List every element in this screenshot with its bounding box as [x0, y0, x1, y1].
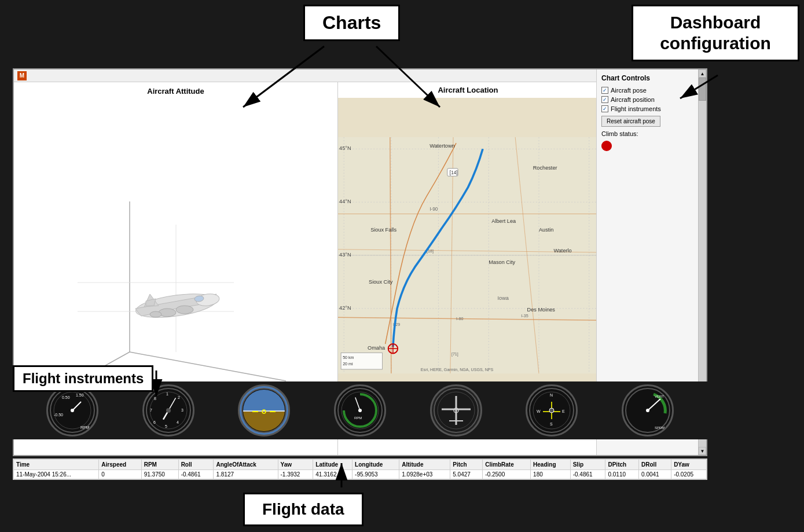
- svg-text:4: 4: [177, 420, 179, 424]
- climb-status-label: Climb status:: [601, 130, 702, 137]
- cell-longitude: -95.9053: [353, 470, 399, 479]
- svg-text:2: 2: [178, 395, 180, 399]
- cell-latitude: 41.3162: [313, 470, 353, 479]
- airspeed-indicator: 0.50 1.50 -0.50 RPM: [46, 384, 98, 436]
- charts-annotation: Charts: [303, 5, 400, 41]
- dashboard-config-line1: Dashboard: [670, 13, 761, 32]
- reset-aircraft-pose-button[interactable]: Reset aircraft pose: [601, 116, 660, 127]
- svg-point-82: [166, 408, 171, 413]
- matlab-icon: M: [17, 71, 27, 80]
- heading-indicator: N E S W: [526, 384, 578, 436]
- svg-point-94: [358, 409, 362, 412]
- svg-text:I-80: I-80: [456, 317, 463, 321]
- col-latitude: Latitude: [313, 460, 353, 470]
- svg-text:SPDM: SPDM: [655, 426, 665, 430]
- svg-text:Albert Lea: Albert Lea: [491, 218, 516, 224]
- svg-text:VERT: VERT: [655, 395, 664, 398]
- map-svg: I-90 I-29 I-80 [18] [71] I-35 [14] Water…: [338, 98, 598, 413]
- table-header-row: Time Airspeed RPM Roll AngleOfAttack Yaw…: [14, 460, 707, 470]
- svg-point-19: [150, 311, 161, 317]
- table-row: 11-May-2004 15:26... 0 91.3750 -0.4861 1…: [14, 470, 707, 479]
- cell-yaw: -1.3932: [278, 470, 313, 479]
- col-time: Time: [14, 460, 99, 470]
- cell-slip: -0.4861: [570, 470, 605, 479]
- svg-rect-85: [242, 388, 286, 412]
- cell-heading: 180: [531, 470, 571, 479]
- svg-text:Sioux City: Sioux City: [369, 279, 393, 285]
- cell-time: 11-May-2004 15:26...: [14, 470, 99, 479]
- cell-dpitch: 0.0110: [605, 470, 639, 479]
- cell-roll: -0.4861: [178, 470, 214, 479]
- svg-rect-86: [242, 412, 286, 432]
- svg-text:W: W: [537, 409, 541, 413]
- col-aoa: AngleOfAttack: [214, 460, 278, 470]
- col-droll: DRoll: [639, 460, 671, 470]
- svg-text:7: 7: [150, 408, 152, 412]
- turn-coordinator: VERT SPDM: [622, 384, 674, 436]
- col-roll: Roll: [178, 460, 214, 470]
- svg-text:I-35: I-35: [521, 314, 528, 318]
- cell-climbrate: -0.2500: [483, 470, 531, 479]
- cell-altitude: 1.0928e+03: [399, 470, 450, 479]
- flight-data-table: Time Airspeed RPM Roll AngleOfAttack Yaw…: [13, 459, 707, 479]
- svg-text:-0.50: -0.50: [54, 413, 63, 417]
- svg-text:43°N: 43°N: [339, 252, 351, 258]
- svg-text:20 mi: 20 mi: [343, 362, 353, 366]
- cell-aoa: 1.8127: [214, 470, 278, 479]
- col-climbrate: ClimbRate: [483, 460, 531, 470]
- col-altitude: Altitude: [399, 460, 450, 470]
- cell-rpm: 91.3750: [141, 470, 178, 479]
- svg-text:8: 8: [154, 397, 156, 401]
- svg-text:50 km: 50 km: [343, 355, 354, 360]
- scrollbar-thumb[interactable]: [699, 78, 706, 101]
- altimeter: 1 2 3 4 5 6 7 8: [142, 384, 194, 436]
- cell-airspeed: 0: [99, 470, 141, 479]
- svg-text:1: 1: [166, 392, 168, 396]
- scroll-down-arrow[interactable]: ▼: [699, 447, 706, 455]
- svg-text:Waterlo: Waterlo: [553, 248, 571, 254]
- svg-point-18: [176, 306, 193, 314]
- svg-text:Omaha: Omaha: [368, 345, 386, 351]
- svg-text:[71]: [71]: [451, 352, 458, 357]
- chart-controls-title: Chart Controls: [601, 74, 702, 82]
- svg-text:42°N: 42°N: [339, 305, 351, 311]
- svg-text:Esri, HERE, Garmin, NGA, USGS,: Esri, HERE, Garmin, NGA, USGS, NPS: [421, 368, 494, 372]
- climb-status-indicator: [601, 141, 612, 151]
- col-yaw: Yaw: [278, 460, 313, 470]
- attitude-indicator: [238, 384, 290, 436]
- map-background: I-90 I-29 I-80 [18] [71] I-35 [14] Water…: [338, 98, 598, 413]
- svg-text:0.50: 0.50: [62, 395, 70, 399]
- direction-indicator: [430, 384, 482, 436]
- flight-instruments-checkbox[interactable]: ✓: [601, 105, 608, 112]
- dashboard-config-line2: configuration: [660, 34, 771, 53]
- col-slip: Slip: [570, 460, 605, 470]
- col-heading: Heading: [531, 460, 571, 470]
- svg-text:N: N: [550, 393, 553, 397]
- svg-point-115: [646, 409, 649, 412]
- vsi-indicator: RPM: [334, 384, 386, 436]
- flight-data-annotation: Flight data: [243, 493, 364, 526]
- aircraft-position-checkbox[interactable]: ✓: [601, 96, 608, 103]
- svg-text:Watertown: Watertown: [429, 143, 455, 149]
- aircraft-position-row: ✓ Aircraft position: [601, 96, 702, 103]
- svg-point-110: [549, 408, 554, 413]
- col-rpm: RPM: [141, 460, 178, 470]
- 3d-axes: [60, 167, 292, 387]
- aircraft-location-title: Aircraft Location: [338, 82, 598, 98]
- aircraft-position-label: Aircraft position: [611, 96, 655, 103]
- flight-instruments-label: Flight instruments: [611, 105, 661, 112]
- svg-text:Austin: Austin: [539, 227, 553, 233]
- flight-instruments-annotation: Flight instruments: [13, 365, 153, 392]
- svg-text:3: 3: [181, 408, 183, 412]
- map-container: I-90 I-29 I-80 [18] [71] I-35 [14] Water…: [338, 98, 598, 413]
- svg-text:E: E: [562, 409, 565, 413]
- aircraft-pose-checkbox[interactable]: ✓: [601, 87, 608, 94]
- svg-text:44°N: 44°N: [339, 199, 351, 204]
- svg-text:Rochester: Rochester: [533, 165, 557, 171]
- scroll-up-arrow[interactable]: ▲: [699, 69, 706, 78]
- svg-text:Sioux Falls: Sioux Falls: [370, 227, 397, 233]
- cell-droll: 0.0041: [639, 470, 671, 479]
- svg-text:RPM: RPM: [80, 425, 90, 430]
- flight-data-table-container: Time Airspeed RPM Roll AngleOfAttack Yaw…: [13, 458, 707, 480]
- 3d-axes-svg: [60, 167, 292, 387]
